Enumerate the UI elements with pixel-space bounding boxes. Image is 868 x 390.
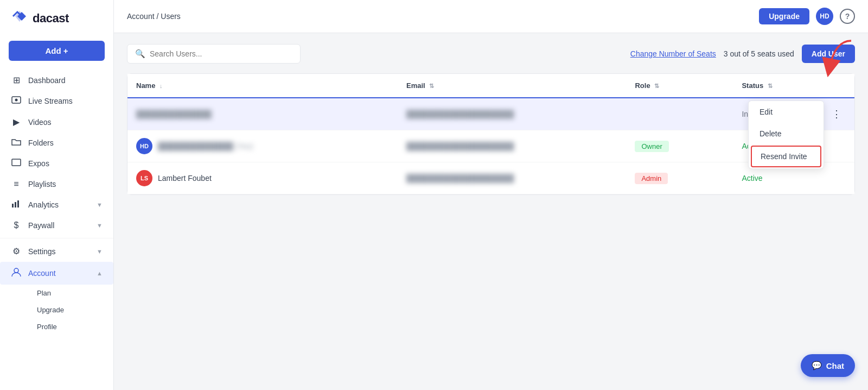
user-email-blurred: ████████████████████ xyxy=(406,110,514,118)
sidebar-nav: ⊞ Dashboard Live Streams ▶ Videos Folder… xyxy=(0,70,113,335)
svg-rect-4 xyxy=(15,202,16,207)
main-content: Account / Users Upgrade HD ? 🔍 Change Nu… xyxy=(114,0,868,390)
chat-label: Chat xyxy=(826,361,844,370)
dropdown-menu: Edit Delete Resend Invite xyxy=(748,100,824,169)
sidebar-item-folders[interactable]: Folders xyxy=(0,133,113,153)
sort-both-icon: ⇅ xyxy=(654,83,659,89)
status-badge: Active xyxy=(742,174,762,183)
search-action-row: 🔍 Change Number of Seats 3 out of 5 seat… xyxy=(127,44,855,64)
seats-row: Change Number of Seats 3 out of 5 seats … xyxy=(630,45,855,63)
col-email[interactable]: Email ⇅ xyxy=(398,74,626,98)
account-sub-nav: Plan Upgrade Profile xyxy=(0,285,113,335)
breadcrumb-root: Account xyxy=(127,12,155,21)
content-area: 🔍 Change Number of Seats 3 out of 5 seat… xyxy=(114,33,868,390)
upgrade-button[interactable]: Upgrade xyxy=(759,8,809,24)
add-button[interactable]: Add + xyxy=(9,41,105,61)
sidebar-item-label: Folders xyxy=(28,139,54,147)
user-name-blurred: ██████████████ (You) xyxy=(158,142,253,150)
name-cell: LS Lambert Foubet xyxy=(127,162,398,194)
sidebar-item-label: Paywall xyxy=(28,221,54,230)
search-input[interactable] xyxy=(150,49,292,58)
sidebar-item-settings[interactable]: ⚙ Settings ▼ xyxy=(0,241,113,262)
analytics-icon xyxy=(11,200,22,210)
breadcrumb: Account / Users xyxy=(127,12,181,21)
live-streams-icon xyxy=(11,96,22,106)
sidebar-item-label: Account xyxy=(28,269,56,278)
users-table: Name ↓ Email ⇅ Role ⇅ Status xyxy=(127,74,854,194)
settings-icon: ⚙ xyxy=(11,246,22,256)
search-icon: 🔍 xyxy=(135,49,145,59)
svg-rect-3 xyxy=(12,204,14,207)
change-seats-link[interactable]: Change Number of Seats xyxy=(630,49,716,58)
chat-icon: 💬 xyxy=(812,361,822,370)
sidebar-item-label: Settings xyxy=(28,247,56,256)
dropdown-resend-invite[interactable]: Resend Invite xyxy=(751,146,821,167)
paywall-icon: $ xyxy=(11,221,22,230)
sidebar-item-live-streams[interactable]: Live Streams xyxy=(0,91,113,111)
user-name-blurred: ██████████████ xyxy=(136,110,212,118)
svg-point-6 xyxy=(14,268,18,273)
role-cell: Admin xyxy=(626,162,733,194)
table-row: LS Lambert Foubet ████████████████████ A… xyxy=(127,162,854,194)
sidebar-item-analytics[interactable]: Analytics ▼ xyxy=(0,194,113,215)
sub-nav-profile[interactable]: Profile xyxy=(28,318,113,335)
sidebar-item-expos[interactable]: Expos xyxy=(0,153,113,174)
table-row: HD ██████████████ (You) ████████████████… xyxy=(127,130,854,162)
sidebar-item-dashboard[interactable]: ⊞ Dashboard xyxy=(0,70,113,91)
email-cell: ████████████████████ xyxy=(398,130,626,162)
sidebar-item-label: Videos xyxy=(28,118,52,127)
svg-rect-2 xyxy=(12,159,21,166)
col-role[interactable]: Role ⇅ xyxy=(626,74,733,98)
actions-cell xyxy=(819,162,854,194)
topbar-actions: Upgrade HD ? xyxy=(759,8,855,25)
chat-button[interactable]: 💬 Chat xyxy=(801,354,855,377)
role-badge: Admin xyxy=(635,173,668,184)
sidebar-item-label: Dashboard xyxy=(28,76,66,85)
playlists-icon: ≡ xyxy=(11,179,22,189)
add-user-button[interactable]: Add User xyxy=(802,45,855,63)
users-table-container: Name ↓ Email ⇅ Role ⇅ Status xyxy=(127,73,855,195)
folders-icon xyxy=(11,138,22,148)
topbar: Account / Users Upgrade HD ? xyxy=(114,0,868,33)
sidebar-item-videos[interactable]: ▶ Videos xyxy=(0,111,113,133)
sidebar-item-label: Expos xyxy=(28,159,49,168)
col-status[interactable]: Status ⇅ xyxy=(733,74,819,98)
role-cell: Owner xyxy=(626,130,733,162)
search-box[interactable]: 🔍 xyxy=(127,44,301,64)
table-row: ██████████████ ████████████████████ Invi… xyxy=(127,98,854,130)
user-email-blurred: ████████████████████ xyxy=(406,174,514,183)
kebab-menu-button[interactable]: ⋮ xyxy=(827,106,846,122)
email-cell: ████████████████████ xyxy=(398,162,626,194)
sidebar-item-account[interactable]: Account ▲ xyxy=(0,262,113,285)
dropdown-delete[interactable]: Delete xyxy=(749,123,824,144)
sub-nav-plan[interactable]: Plan xyxy=(28,285,113,301)
col-name[interactable]: Name ↓ xyxy=(127,74,398,98)
videos-icon: ▶ xyxy=(11,117,22,127)
divider xyxy=(0,238,113,238)
dropdown-edit[interactable]: Edit xyxy=(749,101,824,123)
sort-desc-icon: ↓ xyxy=(159,83,163,89)
name-cell: HD ██████████████ (You) xyxy=(127,130,398,162)
svg-point-1 xyxy=(15,99,18,102)
sidebar-item-label: Analytics xyxy=(28,200,59,209)
role-cell xyxy=(626,98,733,130)
col-actions xyxy=(819,74,854,98)
breadcrumb-current: Users xyxy=(161,12,181,21)
sort-both-icon: ⇅ xyxy=(768,83,773,89)
actions-cell: ⋮ Edit Delete Resend Invite xyxy=(819,98,854,130)
chevron-down-icon: ▼ xyxy=(97,222,103,229)
logo-text: dacast xyxy=(33,11,69,26)
user-email-blurred: ████████████████████ xyxy=(406,142,514,150)
sub-nav-upgrade[interactable]: Upgrade xyxy=(28,301,113,318)
account-icon xyxy=(11,267,22,279)
sidebar-item-playlists[interactable]: ≡ Playlists xyxy=(0,174,113,194)
email-cell: ████████████████████ xyxy=(398,98,626,130)
table-header: Name ↓ Email ⇅ Role ⇅ Status xyxy=(127,74,854,98)
sidebar: dacast Add + ⊞ Dashboard Live Streams ▶ … xyxy=(0,0,114,390)
user-name: Lambert Foubet xyxy=(158,174,212,183)
help-icon[interactable]: ? xyxy=(840,9,855,24)
sidebar-item-label: Playlists xyxy=(28,180,56,188)
sort-both-icon: ⇅ xyxy=(429,83,434,89)
avatar[interactable]: HD xyxy=(816,8,833,25)
sidebar-item-paywall[interactable]: $ Paywall ▼ xyxy=(0,215,113,236)
